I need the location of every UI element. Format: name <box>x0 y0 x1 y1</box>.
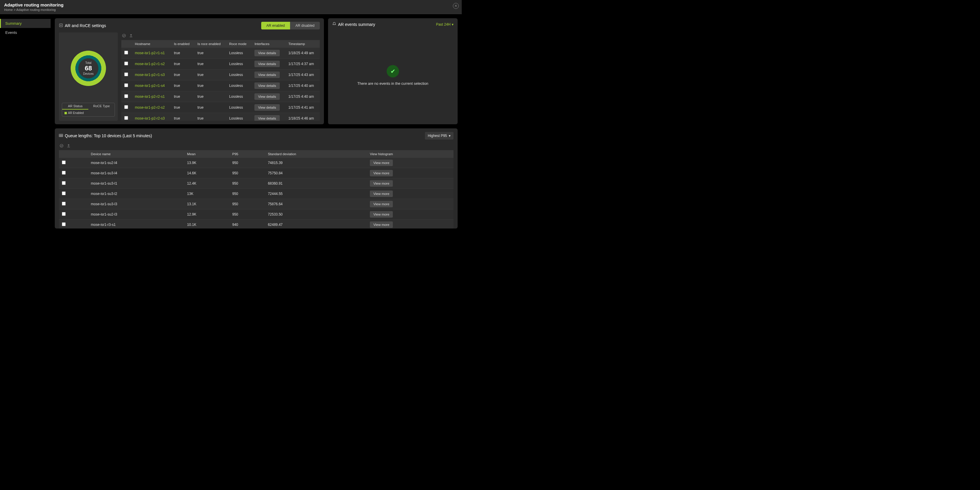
device-name-cell: mose-isr1-su2-l3 <box>88 209 185 220</box>
tab-ar-status[interactable]: AR Status <box>62 103 88 110</box>
donut-card: Total 68 Devices AR Status RoCE Type <box>59 32 118 121</box>
donut-chart: Total 68 Devices <box>71 51 106 86</box>
column-header[interactable]: Standard deviation <box>265 150 367 158</box>
table-row: mose-isr1-p2-r1-s4truetrueLosslessView d… <box>121 80 320 91</box>
select-all-icon[interactable] <box>59 144 64 148</box>
column-header[interactable]: Roce mode <box>226 40 251 48</box>
view-details-button[interactable]: View details <box>255 104 280 111</box>
queue-table: Device nameMeanP95Standard deviationView… <box>59 150 453 229</box>
export-icon[interactable] <box>129 33 133 38</box>
no-events-text: There are no events in the current selec… <box>357 81 428 86</box>
row-checkbox[interactable] <box>124 62 128 65</box>
table-row: mose-isr1-r3-s110.1K94062489.47View more <box>59 220 453 229</box>
ar-settings-panel: AR and RoCE settings AR enabled AR disab… <box>55 18 324 124</box>
view-more-button[interactable]: View more <box>370 180 393 187</box>
hostname-cell[interactable]: mose-isr1-p2-r1-s4 <box>132 80 171 91</box>
svg-point-1 <box>60 25 62 26</box>
row-checkbox[interactable] <box>124 105 128 109</box>
row-checkbox[interactable] <box>124 72 128 76</box>
sidebar-item-events[interactable]: Events <box>0 28 51 37</box>
column-header[interactable]: Is roce enabled <box>195 40 226 48</box>
view-more-button[interactable]: View more <box>370 221 393 228</box>
view-details-button[interactable]: View details <box>255 60 280 67</box>
close-button[interactable]: ✕ <box>453 3 459 9</box>
table-row: mose-isr1-p2-r2-s1truetrueLosslessView d… <box>121 91 320 102</box>
breadcrumb-current: Adaptive routing monitoring <box>16 8 56 11</box>
row-checkbox[interactable] <box>62 191 66 195</box>
column-header[interactable]: Is enabled <box>171 40 195 48</box>
table-row: mose-isr1-su2-l413.9K95074815.39View mor… <box>59 158 453 168</box>
hostname-cell[interactable]: mose-isr1-p2-r1-s3 <box>132 70 171 80</box>
column-header[interactable] <box>121 40 132 48</box>
column-header[interactable]: P95 <box>229 150 265 158</box>
page-title: Adaptive routing monitoring <box>4 2 458 7</box>
table-row: mose-isr1-su2-l312.9K95072533.50View mor… <box>59 209 453 220</box>
hostname-cell[interactable]: mose-isr1-p2-r2-s1 <box>132 91 171 102</box>
row-checkbox[interactable] <box>62 181 66 185</box>
view-more-button[interactable]: View more <box>370 170 393 177</box>
device-name-cell: mose-isr1-r3-s1 <box>88 220 185 229</box>
sidebar-item-summary[interactable]: Summary <box>0 19 51 28</box>
row-checkbox[interactable] <box>62 171 66 175</box>
row-checkbox[interactable] <box>124 116 128 120</box>
view-details-button[interactable]: View details <box>255 72 280 78</box>
view-more-button[interactable]: View more <box>370 191 393 197</box>
device-name-cell: mose-isr1-su3-l1 <box>88 178 185 189</box>
select-all-icon[interactable] <box>122 33 126 38</box>
row-checkbox[interactable] <box>62 202 66 205</box>
app-header: Adaptive routing monitoring Home > Adapt… <box>0 0 462 14</box>
hostname-cell[interactable]: mose-isr1-p2-r1-s1 <box>132 48 171 59</box>
tab-roce-type[interactable]: RoCE Type <box>88 103 115 110</box>
svg-point-2 <box>123 34 126 37</box>
table-row: mose-isr1-p2-r1-s2truetrueLosslessView d… <box>121 59 320 70</box>
legend-swatch <box>65 112 67 114</box>
row-checkbox[interactable] <box>124 83 128 87</box>
column-header[interactable]: Timestamp <box>285 40 320 48</box>
row-checkbox[interactable] <box>62 212 66 216</box>
settings-icon <box>59 23 63 28</box>
table-row: mose-isr1-su3-l213K95072444.55View more <box>59 189 453 199</box>
view-details-button[interactable]: View details <box>255 83 280 89</box>
ar-disabled-toggle[interactable]: AR disabled <box>290 22 320 29</box>
device-name-cell: mose-isr1-su3-l2 <box>88 189 185 199</box>
export-icon[interactable] <box>67 144 71 148</box>
row-checkbox[interactable] <box>124 94 128 98</box>
column-header[interactable]: Interfaces <box>251 40 285 48</box>
table-row: mose-isr1-p2-r2-s2truetrueLosslessView d… <box>121 102 320 113</box>
hostname-cell[interactable]: mose-isr1-p2-r2-s3 <box>132 113 171 121</box>
column-header[interactable]: Hostname <box>132 40 171 48</box>
view-details-button[interactable]: View details <box>255 50 280 56</box>
ar-devices-table: HostnameIs enabledIs roce enabledRoce mo… <box>121 40 320 121</box>
donut-count: 68 <box>85 65 92 72</box>
table-row: mose-isr1-su3-l313.1K95075876.64View mor… <box>59 199 453 209</box>
ar-enabled-toggle[interactable]: AR enabled <box>261 22 290 29</box>
breadcrumb-home[interactable]: Home <box>4 8 13 11</box>
row-checkbox[interactable] <box>62 222 66 226</box>
table-icon <box>59 134 63 138</box>
column-header[interactable]: Device name <box>88 150 185 158</box>
view-more-button[interactable]: View more <box>370 160 393 166</box>
row-checkbox[interactable] <box>62 161 66 164</box>
events-panel: AR events summary Past 24H ▾ ✔ There are… <box>328 18 458 124</box>
hostname-cell[interactable]: mose-isr1-p2-r2-s2 <box>132 102 171 113</box>
view-more-button[interactable]: View more <box>370 201 393 207</box>
events-range-dropdown[interactable]: Past 24H ▾ <box>436 22 453 27</box>
ok-check-icon: ✔ <box>387 65 399 78</box>
table-row: mose-isr1-su3-l112.4K95068360.91View mor… <box>59 178 453 189</box>
chevron-down-icon: ▾ <box>449 134 450 138</box>
bell-icon <box>332 22 336 27</box>
queue-sort-dropdown[interactable]: Highest P95 ▾ <box>425 132 453 140</box>
view-details-button[interactable]: View details <box>255 115 280 121</box>
column-header[interactable] <box>59 150 88 158</box>
table-row: mose-isr1-su3-l414.6K95075750.84View mor… <box>59 168 453 178</box>
column-header[interactable]: View histogram <box>367 150 453 158</box>
donut-legend: AR Enabled <box>62 110 115 116</box>
column-header[interactable]: Mean <box>184 150 229 158</box>
view-details-button[interactable]: View details <box>255 93 280 100</box>
view-more-button[interactable]: View more <box>370 211 393 218</box>
table-row: mose-isr1-p2-r1-s3truetrueLosslessView d… <box>121 70 320 80</box>
events-panel-title: AR events summary <box>338 22 375 27</box>
row-checkbox[interactable] <box>124 51 128 54</box>
queue-panel: Queue lengths: Top 10 devices (Last 5 mi… <box>55 128 458 229</box>
hostname-cell[interactable]: mose-isr1-p2-r1-s2 <box>132 59 171 70</box>
